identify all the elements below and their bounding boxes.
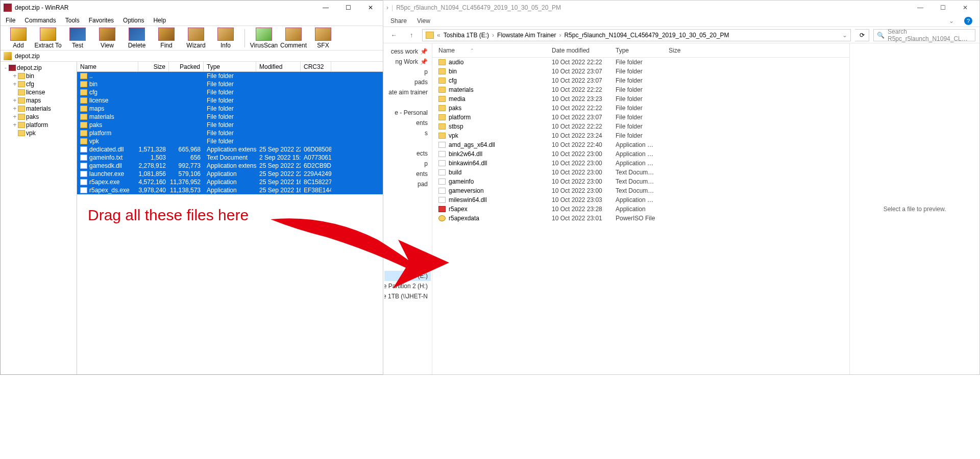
sidebar-item[interactable]: p xyxy=(384,159,431,169)
minimize-button[interactable]: — xyxy=(909,1,932,15)
close-button[interactable]: ✕ xyxy=(359,1,382,15)
list-item[interactable]: gameversion10 Oct 2022 23:00Text Documen… xyxy=(432,186,849,195)
list-item[interactable]: r5apex10 Oct 2022 23:28Application xyxy=(432,205,849,214)
refresh-button[interactable]: ⟳ xyxy=(855,29,869,41)
toolbar-view[interactable]: View xyxy=(93,28,121,49)
col-name[interactable]: Name⌃ xyxy=(432,47,546,54)
menu-favorites[interactable]: Favorites xyxy=(89,17,114,24)
nav-up-icon[interactable]: ↑ xyxy=(405,29,418,41)
col-size[interactable]: Size xyxy=(663,47,693,54)
sidebar-item[interactable]: p xyxy=(384,67,431,77)
list-item[interactable]: stbsp10 Oct 2022 22:22File folder xyxy=(432,122,849,131)
sidebar-item[interactable]: cess work 📌 xyxy=(384,46,431,57)
close-button[interactable]: ✕ xyxy=(954,1,976,15)
sidebar-item[interactable]: ng Work 📌 xyxy=(384,57,431,67)
toolbar-comment[interactable]: Comment xyxy=(280,28,307,49)
col-modified[interactable]: Modified xyxy=(256,62,301,71)
search-input[interactable]: 🔍 Search R5pc_r5launch_N1094_CL… xyxy=(873,29,975,41)
list-item[interactable]: platformFile folder xyxy=(77,129,385,137)
sidebar-item[interactable]: ents xyxy=(384,118,431,128)
list-item[interactable]: platform10 Oct 2022 23:07File folder xyxy=(432,113,849,122)
toolbar-virusscan[interactable]: VirusScan xyxy=(250,28,278,49)
list-item[interactable]: r5apexdata10 Oct 2022 23:01PowerISO File xyxy=(432,214,849,223)
tree-item[interactable]: +materials xyxy=(2,105,76,113)
tab-share[interactable]: Share xyxy=(390,17,407,24)
sidebar-item[interactable]: Drive 1TB (\\JHET-N xyxy=(384,291,431,301)
expand-ribbon-icon[interactable]: ⌄ xyxy=(949,17,954,24)
toolbar-add[interactable]: Add xyxy=(5,28,32,49)
explorer-rows[interactable]: audio10 Oct 2022 22:22File folderbin10 O… xyxy=(432,58,849,223)
list-item[interactable]: gameinfo10 Oct 2022 23:00Text Document xyxy=(432,177,849,186)
toolbar-sfx[interactable]: SFX xyxy=(309,28,337,49)
list-item[interactable]: gameinfo.txt1,503656Text Document2 Sep 2… xyxy=(77,154,385,162)
menu-file[interactable]: File xyxy=(6,17,15,24)
maximize-button[interactable]: ☐ xyxy=(337,1,359,15)
list-item[interactable]: materials10 Oct 2022 22:22File folder xyxy=(432,85,849,94)
list-item[interactable]: paks10 Oct 2022 22:22File folder xyxy=(432,104,849,113)
sidebar-item[interactable]: pads xyxy=(384,77,431,87)
sidebar-item[interactable] xyxy=(384,138,431,148)
list-item[interactable]: ..File folder xyxy=(77,72,385,80)
sidebar-item[interactable]: ate aim trainer xyxy=(384,87,431,97)
list-item[interactable]: vpkFile folder xyxy=(77,137,385,145)
col-size[interactable]: Size xyxy=(138,62,169,71)
tree-item[interactable]: -depot.zip xyxy=(2,64,76,72)
list-item[interactable]: r5apex_ds.exe43,978,24011,138,573Applica… xyxy=(77,186,385,194)
list-item[interactable]: cfg10 Oct 2022 23:07File folder xyxy=(432,76,849,85)
menu-commands[interactable]: Commands xyxy=(24,17,56,24)
col-type[interactable]: Type xyxy=(609,47,663,54)
col-packed[interactable]: Packed xyxy=(169,62,204,71)
winrar-pathbar[interactable]: depot.zip xyxy=(1,50,385,62)
explorer-titlebar[interactable]: › | R5pc_r5launch_N1094_CL456479_2019_10… xyxy=(383,1,979,15)
tab-view[interactable]: View xyxy=(417,17,430,24)
sidebar-item[interactable] xyxy=(384,199,431,210)
explorer-list-header[interactable]: Name⌃ Date modified Type Size xyxy=(432,43,849,58)
sidebar-item[interactable]: ents xyxy=(384,169,431,179)
sidebar-item[interactable]: e - Personal xyxy=(384,108,431,118)
help-icon[interactable]: ? xyxy=(964,17,972,25)
sidebar-item[interactable]: pad xyxy=(384,179,431,189)
winrar-list-header[interactable]: Name Size Packed Type Modified CRC32 xyxy=(77,62,385,72)
tree-item[interactable]: +platform xyxy=(2,121,76,129)
list-item[interactable]: binFile folder xyxy=(77,80,385,88)
list-item[interactable]: audio10 Oct 2022 22:22File folder xyxy=(432,58,849,67)
menu-tools[interactable]: Tools xyxy=(65,17,80,24)
sidebar-item[interactable] xyxy=(384,97,431,108)
tree-item[interactable]: +bin xyxy=(2,72,76,80)
col-name[interactable]: Name xyxy=(77,62,138,71)
list-item[interactable]: cfgFile folder xyxy=(77,88,385,96)
list-item[interactable]: amd_ags_x64.dll10 Oct 2022 22:40Applicat… xyxy=(432,140,849,149)
toolbar-delete[interactable]: Delete xyxy=(123,28,151,49)
sidebar-item[interactable]: s xyxy=(384,128,431,138)
list-item[interactable]: vpk10 Oct 2022 23:24File folder xyxy=(432,131,849,140)
list-item[interactable]: binkawin64.dll10 Oct 2022 23:00Applicati… xyxy=(432,159,849,168)
col-date[interactable]: Date modified xyxy=(546,47,609,54)
maximize-button[interactable]: ☐ xyxy=(932,1,954,15)
sidebar-item[interactable] xyxy=(384,189,431,199)
toolbar-test[interactable]: Test xyxy=(64,28,91,49)
list-item[interactable]: gamesdk.dll2,278,912992,773Application e… xyxy=(77,162,385,170)
list-item[interactable]: r5apex.exe44,572,16011,376,952Applicatio… xyxy=(77,178,385,186)
breadcrumb[interactable]: « Toshiba 1TB (E:) › Flowstate Aim Train… xyxy=(422,29,851,41)
tree-item[interactable]: +cfg xyxy=(2,80,76,88)
sidebar-item[interactable]: ects xyxy=(384,148,431,159)
toolbar-extract-to[interactable]: Extract To xyxy=(34,28,62,49)
list-item[interactable]: dedicated.dll1,571,328665,968Application… xyxy=(77,145,385,154)
list-item[interactable]: media10 Oct 2022 23:23File folder xyxy=(432,94,849,104)
list-item[interactable]: bin10 Oct 2022 23:07File folder xyxy=(432,67,849,76)
list-item[interactable]: paksFile folder xyxy=(77,121,385,129)
list-item[interactable]: licenseFile folder xyxy=(77,96,385,105)
tree-item[interactable]: license xyxy=(2,88,76,96)
toolbar-wizard[interactable]: Wizard xyxy=(182,28,210,49)
col-crc[interactable]: CRC32 xyxy=(301,62,331,71)
menu-options[interactable]: Options xyxy=(123,17,144,24)
winrar-tree[interactable]: -depot.zip+bin+cfglicense+maps+materials… xyxy=(1,62,77,374)
tree-item[interactable]: +maps xyxy=(2,96,76,105)
list-item[interactable]: build10 Oct 2022 23:00Text Document xyxy=(432,168,849,177)
tree-item[interactable]: +paks xyxy=(2,113,76,121)
menu-help[interactable]: Help xyxy=(153,17,166,24)
winrar-titlebar[interactable]: depot.zip - WinRAR — ☐ ✕ xyxy=(1,1,385,15)
list-item[interactable]: mapsFile folder xyxy=(77,105,385,113)
list-item[interactable]: bink2w64.dll10 Oct 2022 23:00Application… xyxy=(432,149,849,159)
col-type[interactable]: Type xyxy=(204,62,256,71)
